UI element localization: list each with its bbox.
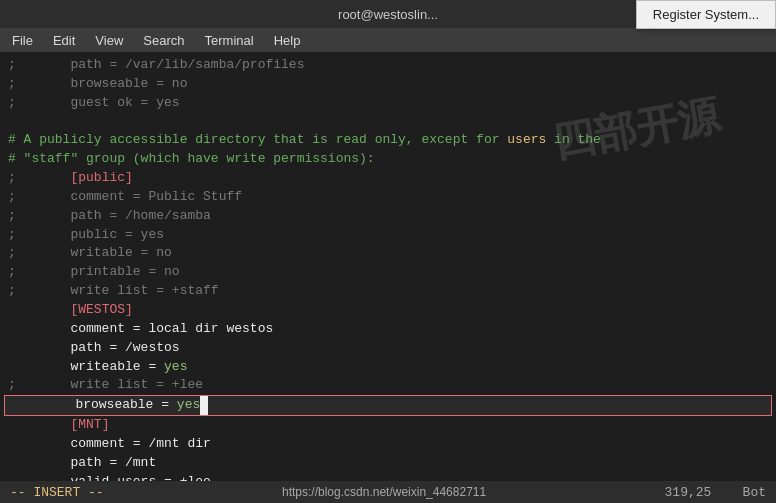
line: ; printable = no <box>0 263 776 282</box>
line: ; write list = +lee <box>0 376 776 395</box>
menu-terminal[interactable]: Terminal <box>197 31 262 50</box>
line: ; guest ok = yes <box>0 94 776 113</box>
line: ; path = /home/samba <box>0 207 776 226</box>
line: ; write list = +staff <box>0 282 776 301</box>
browseable-line: browseable = yes <box>4 395 772 416</box>
status-url: https://blog.csdn.net/weixin_44682711 <box>282 485 486 499</box>
title-bar: root@westoslin... Register System... <box>0 0 776 28</box>
line: [MNT] <box>0 416 776 435</box>
line: writeable = yes <box>0 358 776 377</box>
line: ; comment = Public Stuff <box>0 188 776 207</box>
cursor-position: 319,25 Bot <box>665 485 766 500</box>
title-text: root@westoslin... <box>338 7 438 22</box>
insert-mode: -- INSERT -- <box>10 485 104 500</box>
line: ; [public] <box>0 169 776 188</box>
line: comment = local dir westos <box>0 320 776 339</box>
menu-bar: File Edit View Search Terminal Help <box>0 28 776 52</box>
line: path = /mnt <box>0 454 776 473</box>
editor[interactable]: ; path = /var/lib/samba/profiles ; brows… <box>0 52 776 481</box>
line: [WESTOS] <box>0 301 776 320</box>
line: # A publicly accessible directory that i… <box>0 131 776 150</box>
line: ; browseable = no <box>0 75 776 94</box>
line: ; path = /var/lib/samba/profiles <box>0 56 776 75</box>
menu-file[interactable]: File <box>4 31 41 50</box>
line: ; writable = no <box>0 244 776 263</box>
line: path = /westos <box>0 339 776 358</box>
menu-view[interactable]: View <box>87 31 131 50</box>
menu-search[interactable]: Search <box>135 31 192 50</box>
line: ; public = yes <box>0 226 776 245</box>
line: valid users = +lee <box>0 473 776 481</box>
line: # "staff" group (which have write permis… <box>0 150 776 169</box>
menu-edit[interactable]: Edit <box>45 31 83 50</box>
register-dropdown[interactable]: Register System... <box>636 0 776 29</box>
line: comment = /mnt dir <box>0 435 776 454</box>
line <box>0 113 776 132</box>
status-bar: -- INSERT -- https://blog.csdn.net/weixi… <box>0 481 776 503</box>
menu-help[interactable]: Help <box>266 31 309 50</box>
